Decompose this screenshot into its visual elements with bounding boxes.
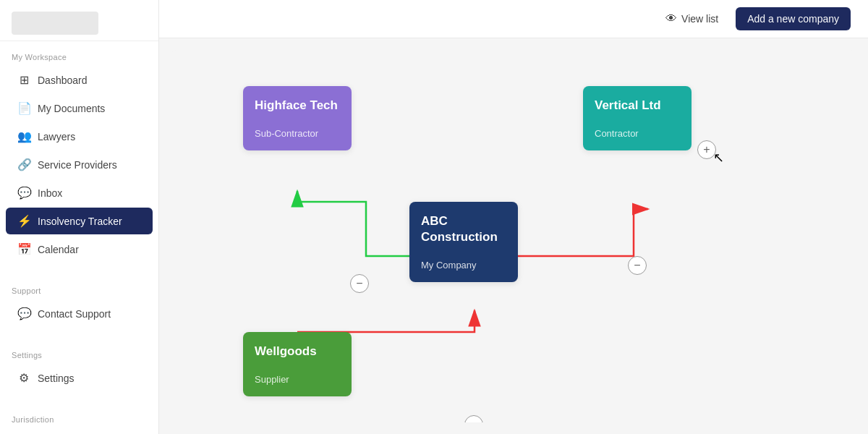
sidebar-item-insolvency-tracker[interactable]: ⚡ Insolvency Tracker (6, 208, 153, 234)
support-icon: 💬 (17, 307, 30, 320)
plus-icon: + (703, 144, 710, 156)
node-vertical-subtitle: Contractor (595, 128, 680, 139)
dashboard-icon: ⊞ (17, 73, 30, 87)
calendar-icon: 📅 (17, 242, 30, 256)
node-abc-title: ABC Construction (421, 213, 506, 245)
sidebar-item-settings[interactable]: ⚙ Settings (6, 365, 153, 391)
sidebar-top (0, 0, 158, 41)
sidebar-item-lawyers[interactable]: 👥 Lawyers (6, 123, 153, 150)
sidebar-item-label: Service Providers (38, 159, 117, 171)
node-wellgoods-subtitle: Supplier (255, 374, 340, 385)
sidebar-item-label: Dashboard (38, 75, 88, 86)
lawyers-icon: 👥 (17, 129, 30, 143)
add-company-button[interactable]: Add a new company (736, 7, 851, 30)
main-content: 👁 View list Add a new company (159, 0, 868, 434)
sidebar-item-label: Contact Support (38, 308, 111, 320)
service-providers-icon: 🔗 (17, 158, 30, 171)
node-vertical-title: Vertical Ltd (595, 98, 680, 114)
sidebar-item-my-documents[interactable]: 📄 My Documents (6, 95, 153, 122)
remove-connection-wellgoods-button[interactable]: − (464, 415, 483, 422)
sidebar-item-label: Settings (38, 373, 75, 384)
sidebar-item-label: Insolvency Tracker (38, 216, 122, 227)
view-list-button[interactable]: 👁 View list (657, 8, 727, 30)
node-wellgoods[interactable]: Wellgoods Supplier (243, 332, 352, 396)
insolvency-icon: ⚡ (17, 214, 30, 228)
node-abc-subtitle: My Company (421, 260, 506, 271)
minus-icon: − (356, 278, 362, 289)
sidebar-item-label: My Documents (38, 103, 105, 114)
sidebar-item-label: Calendar (38, 244, 79, 255)
minus-icon: − (634, 260, 640, 271)
settings-label: Settings (0, 339, 158, 364)
inbox-icon: 💬 (17, 186, 30, 200)
node-highface-subtitle: Sub-Contractor (255, 128, 340, 139)
node-highface-title: Highface Tech (255, 98, 340, 114)
sidebar-item-label: Lawyers (38, 131, 75, 142)
remove-connection-highface-button[interactable]: − (350, 274, 369, 293)
minus-icon: − (470, 419, 477, 422)
topbar: 👁 View list Add a new company (159, 0, 868, 38)
add-company-label: Add a new company (747, 13, 839, 25)
canvas-area: Highface Tech Sub-Contractor ABC Constru… (171, 50, 856, 422)
view-list-label: View list (681, 13, 718, 25)
node-vertical[interactable]: Vertical Ltd Contractor (583, 86, 692, 150)
add-connection-vertical-button[interactable]: + (697, 140, 716, 159)
jurisdiction-label: Jurisdiction (0, 404, 158, 428)
node-abc[interactable]: ABC Construction My Company (409, 202, 518, 282)
eye-icon: 👁 (665, 12, 677, 25)
remove-connection-vertical-button[interactable]: − (628, 256, 647, 275)
sidebar-item-service-providers[interactable]: 🔗 Service Providers (6, 151, 153, 178)
node-wellgoods-title: Wellgoods (255, 344, 340, 359)
sidebar-item-inbox[interactable]: 💬 Inbox (6, 179, 153, 206)
node-highface[interactable]: Highface Tech Sub-Contractor (243, 86, 352, 150)
support-label: Support (0, 275, 158, 299)
sidebar-item-dashboard[interactable]: ⊞ Dashboard (6, 67, 153, 93)
document-icon: 📄 (17, 101, 30, 115)
sidebar: My Workspace ⊞ Dashboard 📄 My Documents … (0, 0, 159, 434)
workspace-label: My Workspace (0, 41, 158, 66)
logo (12, 12, 98, 35)
settings-icon: ⚙ (17, 371, 30, 385)
sidebar-item-contact-support[interactable]: 💬 Contact Support (6, 300, 153, 327)
sidebar-item-label: Inbox (38, 187, 62, 199)
jurisdiction-selector[interactable]: 🇬🇧 England & Wales ▾ (0, 428, 158, 434)
sidebar-item-calendar[interactable]: 📅 Calendar (6, 236, 153, 263)
